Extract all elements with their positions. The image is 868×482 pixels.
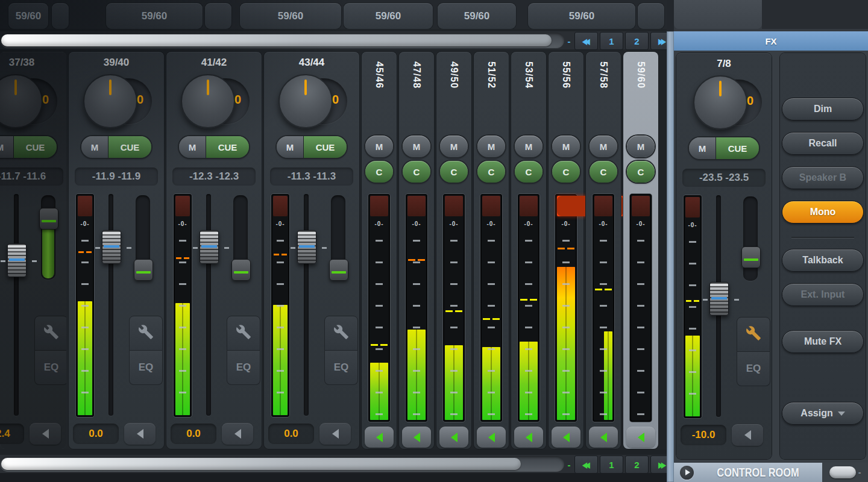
collapse-button[interactable] <box>222 423 253 445</box>
cue-button[interactable]: CUE <box>304 136 347 158</box>
cue-button[interactable]: CUE <box>206 136 249 158</box>
cue-send-handle[interactable] <box>231 259 251 281</box>
expand-button[interactable] <box>439 427 468 448</box>
cue-button[interactable]: C <box>477 161 505 183</box>
expand-button[interactable] <box>402 427 431 448</box>
pager-page1-button[interactable]: 1 <box>600 32 623 50</box>
settings-button[interactable] <box>129 316 163 351</box>
channel-strip-49-50[interactable]: 49/50MC-0- <box>436 52 471 449</box>
upper-channel-blank-button[interactable] <box>638 3 664 29</box>
gain-knob[interactable] <box>0 74 43 128</box>
vertical-scrollbar[interactable] <box>667 31 674 482</box>
talkback-button[interactable]: Talkback <box>782 249 864 272</box>
cue-button[interactable]: CUE <box>716 137 759 159</box>
control-room-expand-button[interactable] <box>680 466 694 480</box>
cue-button[interactable]: C <box>627 161 655 183</box>
eq-button[interactable]: EQ <box>129 351 163 385</box>
fader-value[interactable]: -10.0 <box>681 425 726 445</box>
mute-button[interactable]: M <box>277 136 304 158</box>
collapse-button[interactable] <box>319 423 351 445</box>
speaker-b-button[interactable]: Speaker B <box>782 166 864 189</box>
pager-first-button[interactable]: ◀◀ <box>574 455 598 474</box>
volume-fader-handle[interactable] <box>200 230 219 264</box>
gain-knob[interactable] <box>278 74 333 128</box>
recall-button[interactable]: Recall <box>782 132 864 155</box>
cue-send-slider-track[interactable] <box>331 195 345 280</box>
assign-button[interactable]: Assign <box>782 402 864 425</box>
fader-value[interactable]: 0.0 <box>268 424 314 444</box>
gain-knob[interactable] <box>181 74 235 128</box>
cue-button[interactable]: C <box>365 161 393 183</box>
volume-fader-handle[interactable] <box>7 243 27 277</box>
collapse-button[interactable] <box>732 424 763 446</box>
channel-strip-45-46[interactable]: 45/46MC-0- <box>362 52 397 449</box>
collapse-button[interactable] <box>124 423 156 445</box>
upper-channel-blank-button[interactable] <box>52 3 69 29</box>
cue-button[interactable]: C <box>403 161 430 183</box>
upper-channel-output-button[interactable]: 59/60 <box>438 3 516 29</box>
volume-fader-handle[interactable] <box>102 230 121 264</box>
cue-send-handle[interactable] <box>39 208 58 230</box>
channel-strip-47-48[interactable]: 47/48MC-0- <box>399 52 434 449</box>
pager-first-button[interactable]: ◀◀ <box>574 32 598 50</box>
eq-button[interactable]: EQ <box>737 352 770 386</box>
mute-button[interactable]: M <box>515 136 542 157</box>
bottom-scrollbar-thumb[interactable] <box>1 458 521 470</box>
fader-value[interactable]: 0.0 <box>171 424 216 444</box>
mute-button[interactable]: M <box>627 136 655 157</box>
dim-button[interactable]: Dim <box>782 98 864 120</box>
expand-button[interactable] <box>365 427 394 448</box>
eq-button[interactable]: EQ <box>34 351 66 385</box>
expand-button[interactable] <box>514 427 543 448</box>
mute-button[interactable]: M <box>179 136 206 158</box>
expand-button[interactable] <box>477 427 506 448</box>
cue-send-handle[interactable] <box>329 259 348 281</box>
cue-send-slider-track[interactable] <box>233 195 248 280</box>
upper-channel-blank-button[interactable] <box>205 3 231 29</box>
cue-button[interactable]: CUE <box>108 136 151 158</box>
settings-button[interactable] <box>34 316 66 351</box>
mono-button[interactable]: Mono <box>782 201 864 224</box>
upper-channel-output-button[interactable]: 59/60 <box>240 3 341 29</box>
pager-page2-button[interactable]: 2 <box>625 455 649 474</box>
channel-strip-59-60[interactable]: 59/60MC-0- <box>623 52 658 449</box>
upper-channel-output-button[interactable]: 59/60 <box>8 3 48 29</box>
collapse-button[interactable] <box>30 423 61 445</box>
mute-button[interactable]: M <box>689 137 716 159</box>
expand-button[interactable] <box>626 427 655 448</box>
eq-button[interactable]: EQ <box>324 351 358 385</box>
cue-button[interactable]: C <box>515 161 542 183</box>
bottom-scrollbar-track[interactable] <box>0 456 564 472</box>
top-scrollbar-thumb[interactable] <box>1 34 552 46</box>
settings-button[interactable] <box>324 316 358 351</box>
settings-button[interactable] <box>227 316 260 351</box>
control-room-toggle[interactable] <box>829 466 856 478</box>
fader-track[interactable] <box>108 194 113 416</box>
channel-strip-57-58[interactable]: 57/58MC-0- <box>586 52 621 449</box>
pager-page2-button[interactable]: 2 <box>625 32 649 50</box>
fader-value[interactable]: -2.4 <box>0 424 24 444</box>
cue-send-slider-track[interactable] <box>41 195 55 280</box>
eq-button[interactable]: EQ <box>227 351 260 385</box>
channel-strip-55-56[interactable]: 55/56MC-0- <box>549 52 583 449</box>
mute-button[interactable]: M <box>590 136 617 157</box>
channel-strip-53-54[interactable]: 53/54MC-0- <box>511 52 546 449</box>
fader-value[interactable]: 0.0 <box>73 424 119 444</box>
top-scrollbar-track[interactable] <box>0 33 564 48</box>
upper-channel-output-button[interactable]: 59/60 <box>344 3 433 29</box>
cue-button[interactable]: C <box>552 161 580 183</box>
fader-track[interactable] <box>14 194 19 416</box>
mute-button[interactable]: M <box>477 136 505 157</box>
cue-button[interactable]: C <box>440 161 468 183</box>
upper-channel-output-button[interactable]: 59/60 <box>106 3 203 29</box>
mute-button[interactable]: M <box>365 136 393 157</box>
cue-send-slider-track[interactable] <box>743 196 758 281</box>
mute-button[interactable]: M <box>552 136 580 157</box>
cue-button[interactable]: CUE <box>14 136 57 158</box>
gain-knob[interactable] <box>693 75 747 130</box>
cue-send-slider-track[interactable] <box>136 195 150 280</box>
channel-strip-51-52[interactable]: 51/52MC-0- <box>474 52 509 449</box>
volume-fader-handle[interactable] <box>709 282 729 316</box>
fader-track[interactable] <box>304 194 309 416</box>
volume-fader-handle[interactable] <box>297 230 316 264</box>
